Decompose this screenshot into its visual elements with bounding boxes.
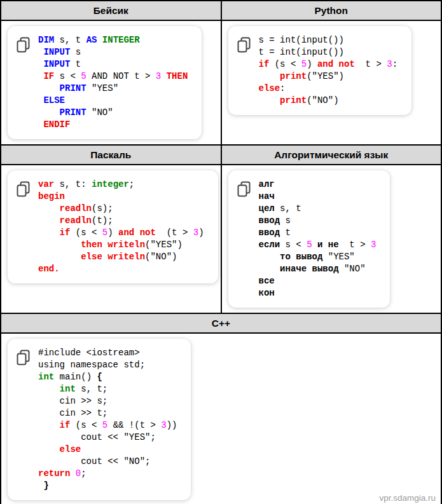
code-languages-table: Бейсик Python DIM s, t AS INTEGER INPUT … — [0, 0, 442, 504]
code-block-cpp: #include <iostream>using namespace std;i… — [38, 347, 177, 492]
copy-button[interactable] — [236, 36, 252, 55]
copy-icon — [15, 349, 31, 367]
code-block-pascal: var s, t: integer;begin readln(s); readl… — [38, 179, 204, 275]
cell-cpp: #include <iostream>using namespace std;i… — [1, 333, 441, 504]
header-python: Python — [221, 1, 442, 20]
code-card-algorithmic: алгначцел s, tввод sввод tесли s < 5 и н… — [228, 170, 390, 308]
copy-button[interactable] — [15, 36, 31, 55]
copy-icon — [15, 36, 31, 55]
copy-icon — [236, 36, 252, 55]
copy-icon — [15, 180, 31, 199]
code-card-cpp: #include <iostream>using namespace std;i… — [8, 339, 191, 500]
cell-pascal: var s, t: integer;begin readln(s); readl… — [1, 165, 221, 313]
code-block-algorithmic: алгначцел s, tввод sввод tесли s < 5 и н… — [259, 179, 376, 299]
header-cpp: C++ — [1, 313, 441, 333]
copy-button[interactable] — [15, 180, 31, 199]
header-pascal: Паскаль — [1, 145, 221, 165]
watermark: vpr.sdamgia.ru — [379, 493, 436, 503]
copy-icon — [236, 180, 252, 199]
code-card-basic: DIM s, t AS INTEGER INPUT s INPUT t IF s… — [8, 26, 202, 139]
code-block-basic: DIM s, t AS INTEGER INPUT s INPUT t IF s… — [38, 34, 188, 131]
cell-basic: DIM s, t AS INTEGER INPUT s INPUT t IF s… — [1, 20, 221, 145]
code-card-python: s = int(input())t = int(input())if (s < … — [228, 26, 412, 115]
code-card-pascal: var s, t: integer;begin readln(s); readl… — [8, 170, 218, 283]
header-algorithmic: Алгоритмический язык — [221, 145, 442, 165]
copy-button[interactable] — [15, 349, 31, 367]
cell-algorithmic: алгначцел s, tввод sввод tесли s < 5 и н… — [221, 165, 442, 313]
cell-python: s = int(input())t = int(input())if (s < … — [221, 20, 442, 145]
copy-button[interactable] — [236, 180, 252, 199]
header-basic: Бейсик — [1, 1, 221, 20]
code-block-python: s = int(input())t = int(input())if (s < … — [259, 34, 398, 107]
